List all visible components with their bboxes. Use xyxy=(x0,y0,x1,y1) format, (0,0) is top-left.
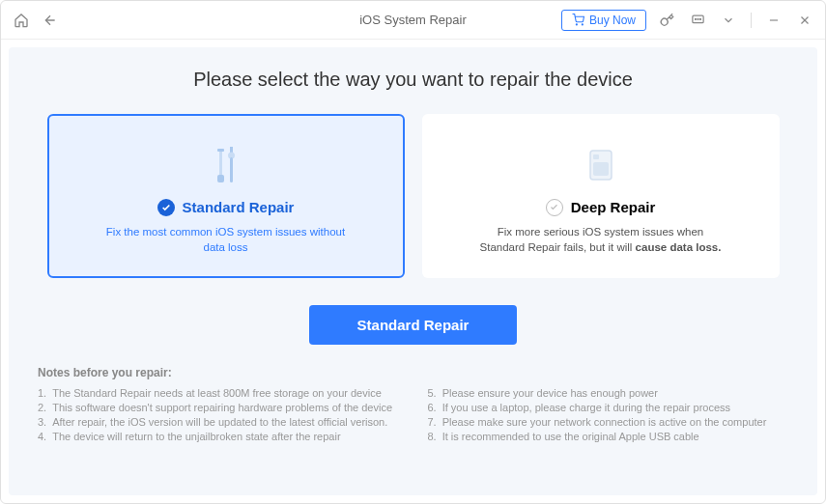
key-icon[interactable] xyxy=(656,10,677,31)
note-item: 2.This software doesn't support repairin… xyxy=(38,402,399,413)
note-item: 6.If you use a laptop, please charge it … xyxy=(428,402,789,413)
svg-rect-17 xyxy=(593,154,599,159)
cart-icon xyxy=(572,14,584,26)
card-header: Standard Repair xyxy=(157,199,295,216)
note-item: 8.It is recommended to use the original … xyxy=(428,431,789,442)
note-item: 7.Please make sure your network connecti… xyxy=(428,416,789,428)
home-icon[interactable] xyxy=(11,10,32,31)
page-title: Please select the way you want to repair… xyxy=(38,69,788,91)
svg-point-4 xyxy=(698,18,698,19)
svg-point-5 xyxy=(699,18,700,19)
svg-point-1 xyxy=(582,24,583,25)
check-outline-icon xyxy=(546,199,563,216)
card-header: Deep Repair xyxy=(546,199,656,216)
minimize-icon[interactable] xyxy=(763,10,784,31)
check-filled-icon xyxy=(157,199,175,216)
deep-desc-bold: cause data loss. xyxy=(636,241,722,253)
standard-repair-desc: Fix the most common iOS system issues wi… xyxy=(100,224,352,255)
svg-rect-16 xyxy=(593,162,609,176)
titlebar-right: Buy Now xyxy=(561,10,815,31)
svg-point-3 xyxy=(695,18,696,19)
deep-repair-card[interactable]: Deep Repair Fix more serious iOS system … xyxy=(422,114,780,278)
note-item: 1.The Standard Repair needs at least 800… xyxy=(38,387,399,399)
titlebar: iOS System Repair Buy Now xyxy=(1,1,825,40)
titlebar-left xyxy=(11,10,61,31)
buy-now-label: Buy Now xyxy=(589,14,636,27)
deep-repair-title: Deep Repair xyxy=(571,199,656,215)
chevron-down-icon[interactable] xyxy=(718,10,739,31)
action-row: Standard Repair xyxy=(38,305,788,345)
content-area: Please select the way you want to repair… xyxy=(9,47,817,495)
svg-rect-14 xyxy=(230,157,233,182)
standard-repair-button[interactable]: Standard Repair xyxy=(309,305,518,345)
notes-section: Notes before you repair: 1.The Standard … xyxy=(38,366,788,442)
repair-options: Standard Repair Fix the most common iOS … xyxy=(38,114,788,278)
notes-title: Notes before you repair: xyxy=(38,366,788,379)
svg-rect-10 xyxy=(219,152,222,175)
window-title: iOS System Repair xyxy=(359,13,467,27)
app-window: iOS System Repair Buy Now xyxy=(0,0,826,504)
buy-now-button[interactable]: Buy Now xyxy=(561,10,646,31)
standard-repair-card[interactable]: Standard Repair Fix the most common iOS … xyxy=(47,114,405,278)
note-item: 3.After repair, the iOS version will be … xyxy=(38,416,399,428)
feedback-icon[interactable] xyxy=(687,10,708,31)
back-icon[interactable] xyxy=(40,10,61,31)
deep-repair-desc: Fix more serious iOS system issues when … xyxy=(475,224,726,255)
svg-rect-9 xyxy=(217,149,224,152)
separator xyxy=(751,13,752,28)
tools-icon xyxy=(202,137,250,193)
note-item: 4.The device will return to the unjailbr… xyxy=(38,431,399,442)
note-item: 5.Please ensure your device has enough p… xyxy=(428,387,789,399)
svg-point-0 xyxy=(576,24,577,25)
close-icon[interactable] xyxy=(794,10,815,31)
notes-list: 1.The Standard Repair needs at least 800… xyxy=(38,387,788,442)
standard-repair-title: Standard Repair xyxy=(183,199,295,215)
svg-rect-11 xyxy=(217,175,224,182)
device-icon xyxy=(577,137,625,193)
